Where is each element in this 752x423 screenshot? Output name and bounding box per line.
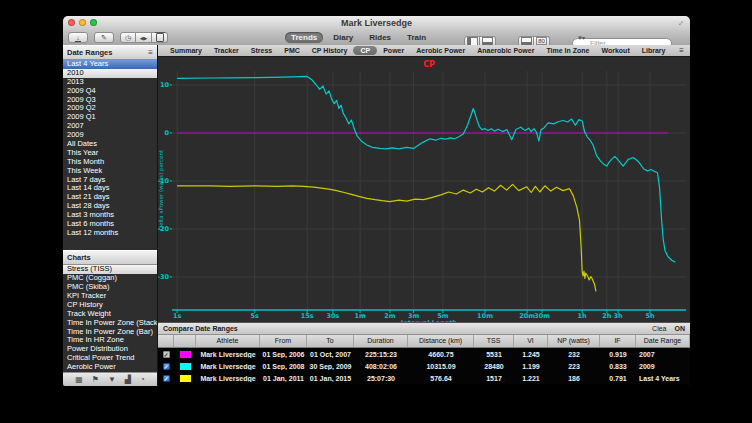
cell-distance: 576.64 xyxy=(408,375,474,382)
cell-to: 30 Sep, 2009 xyxy=(307,363,354,370)
app-window: Mark Liversedge ↔ ↓ ✎ ◷ ◀▶ TrendsDiaryRi… xyxy=(63,16,690,386)
swatch-cell xyxy=(174,375,196,382)
chart-tab-pmc[interactable]: PMC xyxy=(278,47,306,54)
compare-column-vi: VI xyxy=(514,335,548,347)
date-range-item-last-12-months[interactable]: Last 12 months xyxy=(63,229,157,238)
cell-tss: 28480 xyxy=(474,363,514,370)
svg-text:30s: 30s xyxy=(326,312,339,320)
svg-text:10m: 10m xyxy=(477,312,493,320)
stopwatch-icon: ◷ xyxy=(125,34,131,42)
activity-icon[interactable]: ▟ xyxy=(125,373,131,386)
compare-column-from: From xyxy=(260,335,307,347)
main-toolbar: ↓ ✎ ◷ ◀▶ TrendsDiaryRidesTrain 80 ▼▾ xyxy=(63,30,690,46)
chart-tab-tracker[interactable]: Tracker xyxy=(208,47,245,54)
chart-tab-stress[interactable]: Stress xyxy=(245,47,278,54)
split-icon: ◀▶ xyxy=(140,35,148,41)
compose-icon: ✎ xyxy=(101,34,107,42)
chart-tab-cp[interactable]: CP xyxy=(353,46,377,55)
svg-text:5s: 5s xyxy=(251,312,260,320)
clock-icon[interactable]: ◔ xyxy=(140,373,145,386)
cell-distance: 10315.09 xyxy=(408,363,474,370)
svg-text:30m: 30m xyxy=(534,312,550,320)
compare-table-body: ✓Mark Liversedge01 Sep, 200601 Oct, 2007… xyxy=(158,348,690,384)
titlebar: Mark Liversedge ↔ xyxy=(63,16,690,31)
svg-text:5h: 5h xyxy=(645,312,655,320)
cell-athlete: Mark Liversedge xyxy=(196,351,260,358)
chart-tab-workout[interactable]: Workout xyxy=(595,47,635,54)
cell-vi: 1.245 xyxy=(514,351,548,358)
toolbar-left: ↓ ✎ ◷ ◀▶ xyxy=(68,32,168,43)
sidebar: Date Ranges ≡ Last 4 Years201020132009 Q… xyxy=(63,45,158,386)
compare-row-checkbox[interactable]: ✓ xyxy=(163,363,170,370)
swatch-cell xyxy=(174,363,196,370)
chart-tab-summary[interactable]: Summary xyxy=(164,47,208,54)
compare-title: Compare Date Ranges xyxy=(163,325,644,332)
chart-tab-aerobic-power[interactable]: Aerobic Power xyxy=(410,47,471,54)
view-tab-trends[interactable]: Trends xyxy=(285,32,323,43)
cell-vi: 1.221 xyxy=(514,375,548,382)
compare-on-toggle[interactable]: ON xyxy=(675,325,686,332)
download-icon: ↓ xyxy=(75,34,81,42)
view-tab-train[interactable]: Train xyxy=(401,32,432,43)
svg-text:0: 0 xyxy=(164,129,169,137)
split-button[interactable]: ◀▶ xyxy=(136,32,152,43)
cell-athlete: Mark Liversedge xyxy=(196,363,260,370)
hamburger-menu-icon[interactable]: ≡ xyxy=(148,48,153,57)
sidebar-footer: ▦⚑▼▟◔ xyxy=(63,372,157,386)
stopwatch-button[interactable]: ◷ xyxy=(120,32,136,43)
bookmark-icon[interactable]: ⚑ xyxy=(92,373,99,386)
chart-item-aerobic-power[interactable]: Aerobic Power xyxy=(63,363,157,372)
chart-tabbar-menu-icon[interactable]: ≡ xyxy=(679,46,684,55)
chart-tab-library[interactable]: Library xyxy=(636,47,672,54)
cell-duration: 408:02:06 xyxy=(354,363,408,370)
compare-row-checkbox[interactable]: ✓ xyxy=(163,375,170,382)
tool-group: ◷ ◀▶ xyxy=(120,32,168,43)
view-tab-diary[interactable]: Diary xyxy=(327,32,359,43)
tiled-style-icon: 80 xyxy=(536,37,547,45)
cell-tss: 1517 xyxy=(474,375,514,382)
series-color-swatch xyxy=(180,351,191,358)
chart-tab-cp-history[interactable]: CP History xyxy=(306,47,354,54)
cell-np: 223 xyxy=(548,363,600,370)
compare-column-blank-1 xyxy=(174,335,196,347)
cell-from: 01 Jan, 2011 xyxy=(260,375,307,382)
checkbox-cell: ✓ xyxy=(158,351,174,358)
checkbox-cell: ✓ xyxy=(158,363,174,370)
compare-column-athlete: Athlete xyxy=(196,335,260,347)
clear-button[interactable]: Clea xyxy=(652,325,666,332)
cell-range: Last 4 Years xyxy=(636,375,690,382)
view-tab-rides[interactable]: Rides xyxy=(363,32,397,43)
compare-column-np-watts: NP (watts) xyxy=(548,335,600,347)
chart-tab-time-in-zone[interactable]: Time In Zone xyxy=(540,47,595,54)
cell-range: 2007 xyxy=(636,351,690,358)
cp-chart-svg: 1s5s15s30s1m2m3m5m10m20m30m1h2h3h5h100-1… xyxy=(158,57,690,322)
charts-header-label: Charts xyxy=(67,253,91,262)
compare-column-distance-km: Distance (km) xyxy=(408,335,474,347)
compare-pane: Compare Date Ranges Clea ON AthleteFromT… xyxy=(158,322,690,386)
cell-duration: 25:07:30 xyxy=(354,375,408,382)
svg-text:15s: 15s xyxy=(301,312,314,320)
download-button[interactable]: ↓ xyxy=(68,32,88,43)
filter-icon[interactable]: ▼ xyxy=(108,373,116,386)
delete-button[interactable] xyxy=(152,32,168,43)
cell-np: 186 xyxy=(548,375,600,382)
compose-button[interactable]: ✎ xyxy=(94,32,114,43)
compare-column-date-range: Date Range xyxy=(636,335,690,347)
svg-text:-30: -30 xyxy=(158,273,169,281)
calendar-icon[interactable]: ▦ xyxy=(75,373,83,386)
cell-to: 01 Oct, 2007 xyxy=(307,351,354,358)
cell-to: 01 Jan, 2015 xyxy=(307,375,354,382)
compare-column-if: IF xyxy=(600,335,636,347)
chart-tab-power[interactable]: Power xyxy=(377,47,410,54)
date-ranges-header-label: Date Ranges xyxy=(67,48,112,57)
cell-np: 232 xyxy=(548,351,600,358)
cell-vi: 1.199 xyxy=(514,363,548,370)
chart-tab-anaerobic-power[interactable]: Anaerobic Power xyxy=(471,47,540,54)
cell-if: 0.919 xyxy=(600,351,636,358)
compare-column-tss: TSS xyxy=(474,335,514,347)
compare-header-row: AthleteFromToDurationDistance (km)TSSVIN… xyxy=(158,335,690,348)
charts-header: Charts xyxy=(63,250,157,265)
cell-if: 0.833 xyxy=(600,363,636,370)
compare-row-checkbox[interactable]: ✓ xyxy=(163,351,170,358)
svg-text:1m: 1m xyxy=(354,312,366,320)
